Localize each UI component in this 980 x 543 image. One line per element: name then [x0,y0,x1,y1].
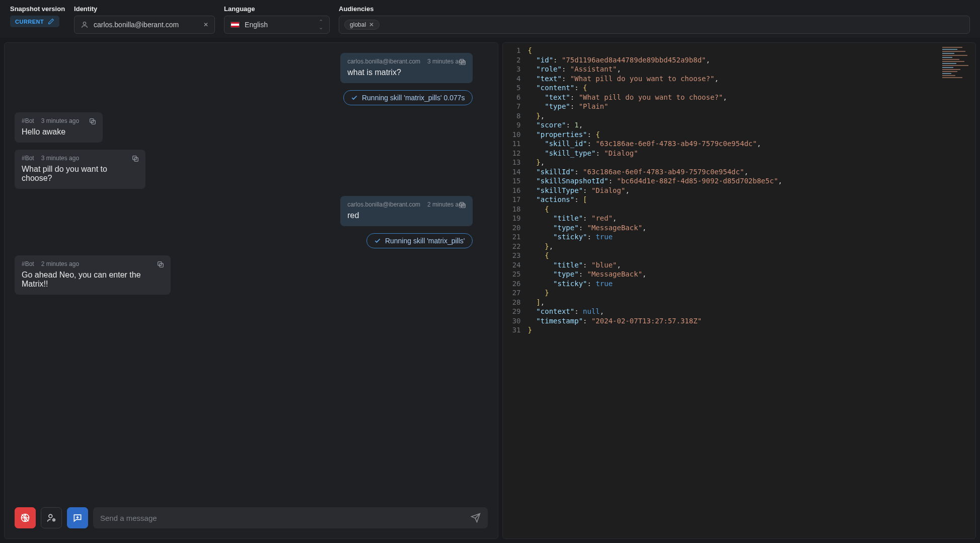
skill-chip-text: Running skill 'matrix_pills' [385,237,465,245]
code-line: "properties": { [528,130,783,140]
identity-value: carlos.bonilla@iberant.com [94,21,198,29]
message-head: carlos.bonilla@iberant.com3 minutes ago [347,58,465,65]
message-text: red [347,211,465,220]
line-number: 15 [510,176,521,186]
code-line: "type": "MessageBack", [528,223,783,233]
code-line: "title": "red", [528,214,783,223]
audience-tag[interactable]: global ✕ [344,20,380,30]
line-number: 22 [510,242,521,251]
message-sender: #Bot [22,155,34,162]
message-head: carlos.bonilla@iberant.com2 minutes ago [347,201,465,208]
bot-message: #Bot2 minutes agoGo ahead Neo, you can e… [15,255,171,295]
audience-tag-text: global [350,21,366,28]
snapshot-version-label: Snapshot version [10,5,65,13]
message-sender: #Bot [22,117,34,124]
language-select[interactable]: English ⌃⌄ [224,16,330,34]
line-number: 5 [510,83,521,93]
message-sender: carlos.bonilla@iberant.com [347,58,420,65]
line-number: 16 [510,186,521,195]
chevron-updown-icon: ⌃⌄ [319,19,323,30]
code-line: }, [528,111,783,121]
snapshot-current-badge[interactable]: CURRENT [10,16,59,27]
code-line: { [528,46,783,55]
globe-off-button[interactable] [15,507,36,528]
message-text: What pill do you want to choose? [22,165,138,183]
line-number: 28 [510,298,521,307]
message-placeholder: Send a message [100,514,157,522]
message-text: what is matrix? [347,68,465,77]
code-line: { [528,205,783,214]
line-number: 2 [510,55,521,65]
code-line: "text": "What pill do you want to choose… [528,93,783,102]
code-line: "score": 1, [528,120,783,130]
message-head: #Bot3 minutes ago [22,117,96,124]
message-head: #Bot3 minutes ago [22,155,138,162]
svg-point-13 [49,514,52,518]
code-line: "skillId": "63c186ae-6e0f-4783-ab49-7579… [528,167,783,177]
message-input[interactable]: Send a message [93,507,488,528]
copy-icon[interactable] [459,58,467,66]
code-line: "content": { [528,83,783,93]
line-number: 3 [510,64,521,74]
message-text: Go ahead Neo, you can enter the Matrix!! [22,270,164,289]
line-number: 1 [510,46,521,55]
skill-chip[interactable]: Running skill 'matrix_pills' 0.077s [343,90,473,105]
chat-input-row: Send a message [15,507,488,528]
skill-chip[interactable]: Running skill 'matrix_pills' [366,233,473,248]
code-line: ], [528,298,783,307]
code-line: } [528,288,783,298]
globe-off-icon [20,513,30,523]
code-line: "id": "75d1196aed8a44789de89bbd452a9b8d"… [528,55,783,65]
copy-icon[interactable] [459,201,467,209]
code-line: "timestamp": "2024-02-07T13:27:57.318Z" [528,316,783,326]
code-line: "actions": [ [528,195,783,205]
audiences-input[interactable]: global ✕ [339,16,970,34]
audiences-group: Audiencies global ✕ [339,5,970,34]
code-line: "sticky": true [528,232,783,242]
audiences-label: Audiencies [339,5,970,13]
code-content: { "id": "75d1196aed8a44789de89bbd452a9b8… [528,46,783,335]
line-number: 12 [510,149,521,158]
close-icon[interactable]: ✕ [369,21,374,28]
copy-icon[interactable] [157,260,165,268]
line-number: 24 [510,260,521,270]
check-icon [351,94,358,101]
user-gear-icon [46,513,56,523]
user-settings-button[interactable] [41,507,62,528]
user-message: carlos.bonilla@iberant.com3 minutes agow… [340,53,472,83]
chat-panel: carlos.bonilla@iberant.com3 minutes agow… [4,42,498,539]
language-value: English [245,21,268,29]
line-number: 26 [510,279,521,289]
chat-plus-icon [72,513,83,523]
copy-icon[interactable] [89,117,97,125]
line-number: 18 [510,205,521,214]
language-label: Language [224,5,330,13]
check-icon [374,237,381,244]
message-time: 2 minutes ago [41,260,79,267]
copy-icon[interactable] [131,155,139,163]
new-chat-button[interactable] [67,507,88,528]
language-group: Language English ⌃⌄ [224,5,330,34]
line-number: 11 [510,139,521,149]
json-editor[interactable]: 1234567891011121314151617181920212223242… [503,43,976,335]
code-line: "skillSnapshotId": "bc6d4d1e-882f-4d85-9… [528,176,783,186]
code-line: "text": "What pill do you want to choose… [528,74,783,84]
message-sender: carlos.bonilla@iberant.com [347,201,420,208]
line-number: 17 [510,195,521,205]
line-number: 19 [510,214,521,223]
main-area: carlos.bonilla@iberant.com3 minutes agow… [0,38,980,543]
line-number: 27 [510,288,521,298]
identity-label: Identity [74,5,215,13]
line-number: 4 [510,74,521,84]
code-line: }, [528,242,783,251]
identity-group: Identity carlos.bonilla@iberant.com ✕ [74,5,215,34]
header-bar: Snapshot version CURRENT Identity carlos… [0,0,980,38]
code-line: } [528,325,783,335]
message-time: 3 minutes ago [41,155,79,162]
send-icon[interactable] [471,513,481,523]
close-icon[interactable]: ✕ [203,21,208,28]
line-gutter: 1234567891011121314151617181920212223242… [503,46,528,335]
code-line: "type": "MessageBack", [528,269,783,279]
identity-input[interactable]: carlos.bonilla@iberant.com ✕ [74,16,215,34]
code-line: }, [528,158,783,167]
